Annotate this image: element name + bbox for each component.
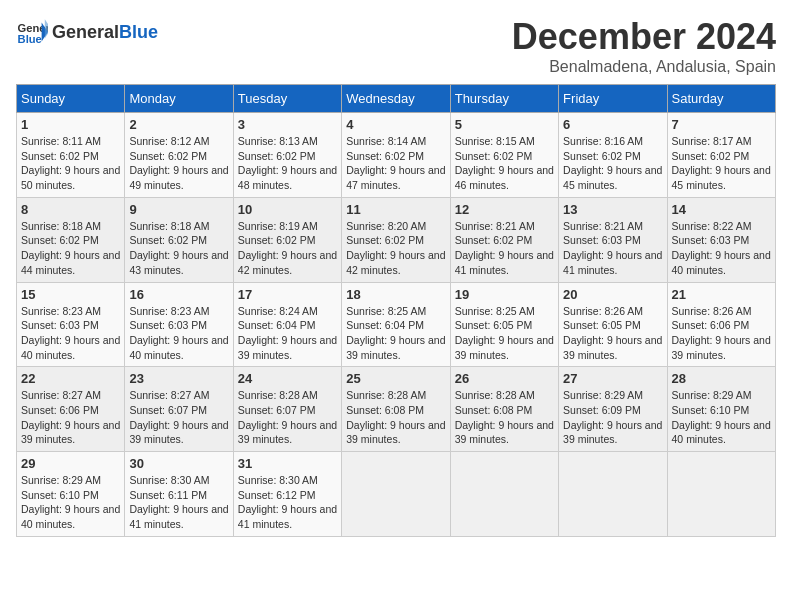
day-number: 24 — [238, 371, 337, 386]
calendar-cell: 13 Sunrise: 8:21 AM Sunset: 6:03 PM Dayl… — [559, 197, 667, 282]
weekday-header-friday: Friday — [559, 85, 667, 113]
day-number: 4 — [346, 117, 445, 132]
day-number: 22 — [21, 371, 120, 386]
calendar-cell: 8 Sunrise: 8:18 AM Sunset: 6:02 PM Dayli… — [17, 197, 125, 282]
day-info: Sunrise: 8:30 AM Sunset: 6:11 PM Dayligh… — [129, 473, 228, 532]
day-number: 12 — [455, 202, 554, 217]
day-info: Sunrise: 8:25 AM Sunset: 6:05 PM Dayligh… — [455, 304, 554, 363]
weekday-header-saturday: Saturday — [667, 85, 775, 113]
day-info: Sunrise: 8:24 AM Sunset: 6:04 PM Dayligh… — [238, 304, 337, 363]
logo: General Blue GeneralBlue — [16, 16, 158, 48]
day-number: 17 — [238, 287, 337, 302]
day-number: 31 — [238, 456, 337, 471]
svg-text:Blue: Blue — [18, 33, 42, 45]
day-number: 28 — [672, 371, 771, 386]
day-info: Sunrise: 8:23 AM Sunset: 6:03 PM Dayligh… — [129, 304, 228, 363]
calendar-cell: 20 Sunrise: 8:26 AM Sunset: 6:05 PM Dayl… — [559, 282, 667, 367]
day-info: Sunrise: 8:23 AM Sunset: 6:03 PM Dayligh… — [21, 304, 120, 363]
calendar-cell: 29 Sunrise: 8:29 AM Sunset: 6:10 PM Dayl… — [17, 452, 125, 537]
calendar-cell — [559, 452, 667, 537]
calendar-cell: 7 Sunrise: 8:17 AM Sunset: 6:02 PM Dayli… — [667, 113, 775, 198]
page-header: General Blue GeneralBlue December 2024 B… — [16, 16, 776, 76]
day-info: Sunrise: 8:27 AM Sunset: 6:06 PM Dayligh… — [21, 388, 120, 447]
calendar-cell: 19 Sunrise: 8:25 AM Sunset: 6:05 PM Dayl… — [450, 282, 558, 367]
weekday-header-row: SundayMondayTuesdayWednesdayThursdayFrid… — [17, 85, 776, 113]
month-title: December 2024 — [512, 16, 776, 58]
calendar-cell: 22 Sunrise: 8:27 AM Sunset: 6:06 PM Dayl… — [17, 367, 125, 452]
day-info: Sunrise: 8:29 AM Sunset: 6:10 PM Dayligh… — [21, 473, 120, 532]
calendar-cell: 10 Sunrise: 8:19 AM Sunset: 6:02 PM Dayl… — [233, 197, 341, 282]
calendar-cell: 18 Sunrise: 8:25 AM Sunset: 6:04 PM Dayl… — [342, 282, 450, 367]
calendar-week-row: 8 Sunrise: 8:18 AM Sunset: 6:02 PM Dayli… — [17, 197, 776, 282]
day-info: Sunrise: 8:30 AM Sunset: 6:12 PM Dayligh… — [238, 473, 337, 532]
day-info: Sunrise: 8:29 AM Sunset: 6:09 PM Dayligh… — [563, 388, 662, 447]
day-info: Sunrise: 8:13 AM Sunset: 6:02 PM Dayligh… — [238, 134, 337, 193]
calendar-cell: 21 Sunrise: 8:26 AM Sunset: 6:06 PM Dayl… — [667, 282, 775, 367]
day-info: Sunrise: 8:28 AM Sunset: 6:08 PM Dayligh… — [455, 388, 554, 447]
calendar-cell: 17 Sunrise: 8:24 AM Sunset: 6:04 PM Dayl… — [233, 282, 341, 367]
day-number: 30 — [129, 456, 228, 471]
calendar-cell: 1 Sunrise: 8:11 AM Sunset: 6:02 PM Dayli… — [17, 113, 125, 198]
calendar-cell: 3 Sunrise: 8:13 AM Sunset: 6:02 PM Dayli… — [233, 113, 341, 198]
calendar-week-row: 29 Sunrise: 8:29 AM Sunset: 6:10 PM Dayl… — [17, 452, 776, 537]
day-info: Sunrise: 8:29 AM Sunset: 6:10 PM Dayligh… — [672, 388, 771, 447]
calendar-cell: 2 Sunrise: 8:12 AM Sunset: 6:02 PM Dayli… — [125, 113, 233, 198]
calendar-cell — [667, 452, 775, 537]
logo-blue-text: Blue — [119, 22, 158, 43]
day-number: 20 — [563, 287, 662, 302]
calendar-cell: 9 Sunrise: 8:18 AM Sunset: 6:02 PM Dayli… — [125, 197, 233, 282]
calendar-cell: 23 Sunrise: 8:27 AM Sunset: 6:07 PM Dayl… — [125, 367, 233, 452]
day-info: Sunrise: 8:18 AM Sunset: 6:02 PM Dayligh… — [129, 219, 228, 278]
logo-icon: General Blue — [16, 16, 48, 48]
day-info: Sunrise: 8:17 AM Sunset: 6:02 PM Dayligh… — [672, 134, 771, 193]
day-number: 29 — [21, 456, 120, 471]
day-info: Sunrise: 8:14 AM Sunset: 6:02 PM Dayligh… — [346, 134, 445, 193]
day-number: 2 — [129, 117, 228, 132]
calendar-cell: 5 Sunrise: 8:15 AM Sunset: 6:02 PM Dayli… — [450, 113, 558, 198]
weekday-header-thursday: Thursday — [450, 85, 558, 113]
day-info: Sunrise: 8:28 AM Sunset: 6:08 PM Dayligh… — [346, 388, 445, 447]
day-number: 10 — [238, 202, 337, 217]
title-block: December 2024 Benalmadena, Andalusia, Sp… — [512, 16, 776, 76]
calendar-cell: 16 Sunrise: 8:23 AM Sunset: 6:03 PM Dayl… — [125, 282, 233, 367]
day-number: 7 — [672, 117, 771, 132]
day-number: 18 — [346, 287, 445, 302]
day-number: 15 — [21, 287, 120, 302]
day-number: 6 — [563, 117, 662, 132]
calendar-cell: 11 Sunrise: 8:20 AM Sunset: 6:02 PM Dayl… — [342, 197, 450, 282]
day-info: Sunrise: 8:19 AM Sunset: 6:02 PM Dayligh… — [238, 219, 337, 278]
calendar-cell: 4 Sunrise: 8:14 AM Sunset: 6:02 PM Dayli… — [342, 113, 450, 198]
calendar-cell: 6 Sunrise: 8:16 AM Sunset: 6:02 PM Dayli… — [559, 113, 667, 198]
day-number: 14 — [672, 202, 771, 217]
weekday-header-sunday: Sunday — [17, 85, 125, 113]
day-number: 1 — [21, 117, 120, 132]
day-info: Sunrise: 8:28 AM Sunset: 6:07 PM Dayligh… — [238, 388, 337, 447]
calendar-week-row: 15 Sunrise: 8:23 AM Sunset: 6:03 PM Dayl… — [17, 282, 776, 367]
day-info: Sunrise: 8:26 AM Sunset: 6:05 PM Dayligh… — [563, 304, 662, 363]
calendar-cell: 14 Sunrise: 8:22 AM Sunset: 6:03 PM Dayl… — [667, 197, 775, 282]
calendar-cell: 15 Sunrise: 8:23 AM Sunset: 6:03 PM Dayl… — [17, 282, 125, 367]
day-info: Sunrise: 8:21 AM Sunset: 6:03 PM Dayligh… — [563, 219, 662, 278]
day-info: Sunrise: 8:20 AM Sunset: 6:02 PM Dayligh… — [346, 219, 445, 278]
calendar-cell: 12 Sunrise: 8:21 AM Sunset: 6:02 PM Dayl… — [450, 197, 558, 282]
day-number: 27 — [563, 371, 662, 386]
calendar-cell — [342, 452, 450, 537]
calendar-week-row: 1 Sunrise: 8:11 AM Sunset: 6:02 PM Dayli… — [17, 113, 776, 198]
day-info: Sunrise: 8:16 AM Sunset: 6:02 PM Dayligh… — [563, 134, 662, 193]
day-number: 5 — [455, 117, 554, 132]
calendar-cell: 25 Sunrise: 8:28 AM Sunset: 6:08 PM Dayl… — [342, 367, 450, 452]
location-subtitle: Benalmadena, Andalusia, Spain — [512, 58, 776, 76]
day-info: Sunrise: 8:12 AM Sunset: 6:02 PM Dayligh… — [129, 134, 228, 193]
logo-general-text: General — [52, 22, 119, 43]
day-number: 16 — [129, 287, 228, 302]
calendar-cell: 28 Sunrise: 8:29 AM Sunset: 6:10 PM Dayl… — [667, 367, 775, 452]
day-info: Sunrise: 8:25 AM Sunset: 6:04 PM Dayligh… — [346, 304, 445, 363]
day-number: 25 — [346, 371, 445, 386]
day-number: 3 — [238, 117, 337, 132]
calendar-cell — [450, 452, 558, 537]
day-info: Sunrise: 8:26 AM Sunset: 6:06 PM Dayligh… — [672, 304, 771, 363]
day-number: 11 — [346, 202, 445, 217]
day-number: 23 — [129, 371, 228, 386]
day-number: 21 — [672, 287, 771, 302]
weekday-header-wednesday: Wednesday — [342, 85, 450, 113]
